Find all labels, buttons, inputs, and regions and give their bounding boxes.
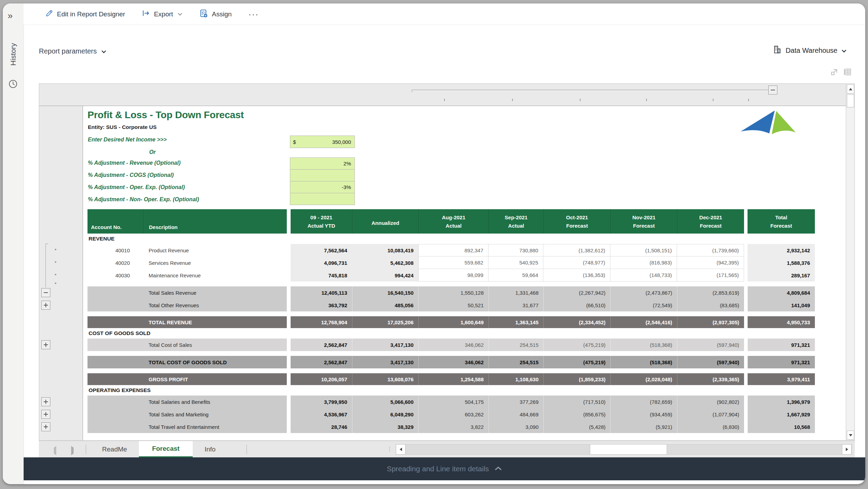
tab-readme[interactable]: ReadMe bbox=[90, 441, 139, 458]
cell-ann[interactable]: 485,056 bbox=[352, 299, 418, 311]
vertical-scrollbar[interactable] bbox=[846, 84, 854, 440]
cell-account[interactable] bbox=[87, 396, 143, 408]
cell-ann[interactable]: 3,417,130 bbox=[352, 339, 418, 351]
cell-ytd[interactable]: 7,562,564 bbox=[291, 244, 352, 256]
cell-oct[interactable]: (856,675) bbox=[543, 408, 610, 421]
cell-account[interactable]: 40030 bbox=[87, 269, 143, 282]
cell-description[interactable]: Services Revenue bbox=[143, 256, 287, 269]
cell-total[interactable]: 4,950,733 bbox=[748, 316, 815, 328]
cell-sep[interactable]: 730,880 bbox=[489, 244, 543, 256]
cell-oct[interactable]: (748,977) bbox=[543, 256, 610, 269]
cell-ytd[interactable]: 12,405,113 bbox=[291, 286, 352, 299]
cell-oct[interactable]: (475,219) bbox=[543, 356, 610, 368]
cell-sep[interactable]: 484,669 bbox=[489, 408, 543, 421]
collapse-columns-button[interactable] bbox=[768, 85, 777, 95]
cell-ytd[interactable]: 4,096,731 bbox=[291, 256, 352, 269]
expand-rows-button[interactable] bbox=[41, 422, 50, 431]
cell-description[interactable]: Product Revenue bbox=[143, 244, 287, 256]
adjustment-input-cell[interactable] bbox=[290, 169, 355, 181]
adjustment-input-cell[interactable]: -3% bbox=[290, 181, 355, 193]
cell-dec[interactable]: (942,395) bbox=[677, 256, 744, 269]
cell-sep[interactable]: 254,515 bbox=[489, 339, 543, 351]
cell-nov[interactable]: (816,983) bbox=[610, 256, 677, 269]
cell-oct[interactable]: (136,353) bbox=[543, 269, 610, 282]
cell-nov[interactable]: (518,368) bbox=[610, 356, 677, 368]
cell-ytd[interactable]: 363,792 bbox=[291, 299, 352, 311]
cell-dec[interactable]: (902,802) bbox=[677, 396, 744, 408]
header-cell-dec[interactable]: Dec-2021Forecast bbox=[677, 209, 744, 234]
cell-description[interactable]: Total Other Revenues bbox=[143, 299, 287, 311]
drag-handle-icon[interactable]: ⋮ bbox=[387, 446, 392, 452]
cell-ann[interactable]: 6,049,290 bbox=[352, 408, 418, 421]
cell-aug[interactable]: 346,062 bbox=[418, 356, 489, 368]
cell-nov[interactable]: (72,549) bbox=[610, 299, 677, 311]
cell-nov[interactable]: (518,368) bbox=[610, 339, 677, 351]
header-cell-total[interactable]: TotalForecast bbox=[748, 209, 815, 234]
cell-account[interactable]: 40010 bbox=[87, 244, 143, 256]
cell-aug[interactable]: 1,254,588 bbox=[418, 373, 489, 385]
scroll-down-button[interactable] bbox=[847, 431, 854, 440]
header-cell-description[interactable]: Description bbox=[143, 209, 287, 234]
cell-description[interactable]: Total Cost of Sales bbox=[143, 339, 287, 351]
cell-account[interactable] bbox=[87, 421, 143, 433]
next-sheet-icon[interactable] bbox=[71, 448, 74, 454]
header-cell-aug[interactable]: Aug-2021Actual bbox=[418, 209, 489, 234]
scroll-left-button[interactable] bbox=[396, 444, 406, 455]
cell-oct[interactable]: (1,382,612) bbox=[543, 244, 610, 256]
cell-total[interactable]: 1,588,376 bbox=[748, 256, 815, 269]
cell-account[interactable] bbox=[87, 356, 143, 368]
cell-ytd[interactable]: 2,562,847 bbox=[291, 356, 352, 368]
expand-rows-button[interactable] bbox=[41, 397, 50, 406]
cell-nov[interactable]: (2,028,048) bbox=[610, 373, 677, 385]
cell-sep[interactable]: 59,664 bbox=[489, 269, 543, 282]
cell-sep[interactable]: 3,090 bbox=[489, 421, 543, 433]
previous-sheet-icon[interactable] bbox=[54, 448, 56, 454]
cell-total[interactable]: 971,321 bbox=[748, 356, 815, 368]
cell-total[interactable]: 2,932,142 bbox=[748, 244, 815, 256]
cell-aug[interactable]: 1,550,128 bbox=[418, 286, 489, 299]
cell-description[interactable]: Total Sales and Marketing bbox=[143, 408, 287, 421]
cell-dec[interactable]: (2,339,365) bbox=[677, 373, 744, 385]
worksheet[interactable]: Profit & Loss - Top Down Forecast Entity… bbox=[83, 106, 846, 440]
tab-info[interactable]: Info bbox=[193, 441, 227, 458]
assign-button[interactable]: Assign bbox=[199, 9, 232, 19]
cell-dec[interactable]: (2,937,305) bbox=[677, 316, 744, 328]
cell-aug[interactable]: 1,600,649 bbox=[418, 316, 489, 328]
cell-ann[interactable]: 10,083,419 bbox=[352, 244, 418, 256]
cell-oct[interactable]: (66,510) bbox=[543, 299, 610, 311]
cell-dec[interactable]: (2,853,619) bbox=[677, 286, 744, 299]
cell-ann[interactable]: 16,540,150 bbox=[352, 286, 418, 299]
cell-sep[interactable]: 254,515 bbox=[489, 356, 543, 368]
cell-sep[interactable]: 540,925 bbox=[489, 256, 543, 269]
cell-sep[interactable]: 377,269 bbox=[489, 396, 543, 408]
horizontal-scroll-thumb[interactable] bbox=[590, 444, 667, 455]
cell-nov[interactable]: (1,508,151) bbox=[610, 244, 677, 256]
history-panel-label[interactable]: History bbox=[3, 30, 24, 79]
tab-forecast[interactable]: Forecast bbox=[139, 441, 193, 458]
cell-oct[interactable]: (2,267,942) bbox=[543, 286, 610, 299]
more-actions-button[interactable]: ··· bbox=[248, 13, 259, 16]
cell-ytd[interactable]: 2,562,847 bbox=[291, 339, 352, 351]
section-label[interactable]: COST OF GOODS SOLD bbox=[87, 328, 815, 339]
adjustment-input-cell[interactable] bbox=[290, 193, 355, 205]
cell-ytd[interactable]: 4,536,967 bbox=[291, 408, 352, 421]
data-source-dropdown[interactable]: Data Warehouse bbox=[773, 45, 846, 56]
report-parameters-dropdown[interactable]: Report parameters bbox=[39, 47, 106, 55]
expand-rows-button[interactable] bbox=[41, 340, 50, 349]
cell-description[interactable]: GROSS PROFIT bbox=[143, 373, 287, 385]
cell-oct[interactable]: (717,510) bbox=[543, 396, 610, 408]
cell-aug[interactable]: 346,062 bbox=[418, 339, 489, 351]
cell-dec[interactable]: (597,940) bbox=[677, 356, 744, 368]
cell-dec[interactable]: (597,940) bbox=[677, 339, 744, 351]
cell-dec[interactable]: (171,565) bbox=[677, 269, 744, 282]
header-cell-sep[interactable]: Sep-2021Actual bbox=[489, 209, 543, 234]
scroll-up-button[interactable] bbox=[847, 84, 854, 93]
cell-aug[interactable]: 559,682 bbox=[418, 256, 489, 269]
cell-ytd[interactable]: 3,799,950 bbox=[291, 396, 352, 408]
section-label[interactable]: OPERATING EXPENSES bbox=[87, 385, 815, 396]
cell-description[interactable]: Maintenance Revenue bbox=[143, 269, 287, 282]
collapse-rows-button[interactable] bbox=[41, 288, 50, 297]
cell-description[interactable]: TOTAL REVENUE bbox=[143, 316, 287, 328]
cell-dec[interactable]: (1,077,904) bbox=[677, 408, 744, 421]
cell-nov[interactable]: (148,733) bbox=[610, 269, 677, 282]
